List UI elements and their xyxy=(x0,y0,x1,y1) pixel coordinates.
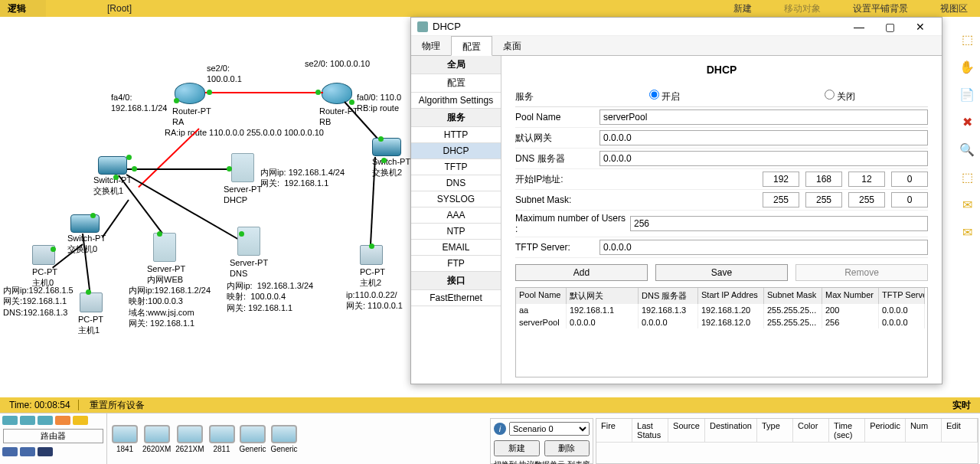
switch2-icon[interactable] xyxy=(372,138,401,156)
right-toolbar: ⬚ ✋ 📄 ✖ 🔍 ⬚ ✉ ✉ xyxy=(956,31,978,240)
col-time[interactable]: Time (sec) xyxy=(829,419,865,442)
device-2621xm[interactable]: 2621XM xyxy=(175,425,204,453)
reset-devices-button[interactable]: 重置所有设备 xyxy=(90,399,145,412)
tab-desktop[interactable]: 桌面 xyxy=(492,36,532,55)
sidebar-dns[interactable]: DNS xyxy=(411,175,501,191)
switch1-icon[interactable] xyxy=(98,156,127,175)
start-ip-1[interactable] xyxy=(763,172,799,187)
sidebar-service-header[interactable]: 服务 xyxy=(411,109,501,127)
window-titlebar[interactable]: DHCP — ▢ ✕ xyxy=(411,18,942,36)
sidebar-algo[interactable]: Algorithm Settings xyxy=(411,93,501,109)
subnet-4[interactable] xyxy=(891,192,928,207)
sidebar-email[interactable]: EMAIL xyxy=(411,240,501,256)
scenario-delete-button[interactable]: 删除 xyxy=(544,440,590,456)
tab-config[interactable]: 配置 xyxy=(451,36,492,56)
inspect-tool-icon[interactable]: 🔍 xyxy=(959,141,975,158)
sidebar-settings[interactable]: 配置 xyxy=(411,74,501,93)
cat-icon[interactable] xyxy=(2,447,18,456)
gateway-input[interactable] xyxy=(599,130,928,145)
sidebar-tftp[interactable]: TFTP xyxy=(411,159,501,175)
max-users-input[interactable] xyxy=(630,216,928,231)
save-button[interactable]: Save xyxy=(655,264,788,281)
tab-physical[interactable]: 物理 xyxy=(411,36,451,55)
port-led xyxy=(239,231,244,237)
table-header-row: Pool Name 默认网关 DNS 服务器 Start IP Addres S… xyxy=(516,288,927,304)
topbar-view[interactable]: 视图区 xyxy=(936,1,972,17)
cat-icon[interactable] xyxy=(38,447,53,456)
scenario-select[interactable]: Scenario 0 xyxy=(509,422,590,436)
subnet-1[interactable] xyxy=(763,192,799,207)
root-breadcrumb[interactable]: [Root] xyxy=(107,3,132,14)
note-tool-icon[interactable]: 📄 xyxy=(959,86,975,103)
col-last-status[interactable]: Last Status xyxy=(632,419,668,442)
start-ip-2[interactable] xyxy=(805,172,842,187)
service-on-radio[interactable]: 开启 xyxy=(649,90,680,103)
device-generic2[interactable]: Generic xyxy=(271,425,298,453)
cat-icon[interactable] xyxy=(55,416,70,425)
scenario-new-button[interactable]: 新建 xyxy=(494,440,540,456)
pdu-list-toggle[interactable]: 切换到 协议数据单元 列表窗口 xyxy=(494,459,590,464)
col-source[interactable]: Source xyxy=(668,419,705,442)
tftp-input[interactable] xyxy=(599,240,928,255)
device-1841[interactable]: 1841 xyxy=(112,425,138,453)
minimize-button[interactable]: — xyxy=(844,18,874,35)
router-ra-icon[interactable] xyxy=(175,83,205,104)
resize-tool-icon[interactable]: ⬚ xyxy=(959,168,975,185)
sidebar-aaa[interactable]: AAA xyxy=(411,207,501,224)
service-off-radio[interactable]: 关闭 xyxy=(825,90,855,103)
cat-icon[interactable] xyxy=(73,416,88,425)
tftp-label: TFTP Server: xyxy=(515,242,599,253)
server-web-icon[interactable] xyxy=(153,233,176,262)
info-icon[interactable]: i xyxy=(494,423,506,435)
start-ip-4[interactable] xyxy=(891,172,928,187)
simple-pdu-icon[interactable]: ✉ xyxy=(959,196,975,213)
cat-icon[interactable] xyxy=(20,447,35,456)
remove-button[interactable]: Remove xyxy=(795,264,928,281)
logic-tab[interactable]: 逻辑 xyxy=(0,0,46,17)
delete-tool-icon[interactable]: ✖ xyxy=(959,113,975,130)
col-num[interactable]: Num xyxy=(906,419,942,442)
col-edit[interactable]: Edit xyxy=(942,419,978,442)
subnet-2[interactable] xyxy=(805,192,842,207)
table-row[interactable]: serverPool 0.0.0.0 0.0.0.0 192.168.12.0 … xyxy=(516,316,927,328)
topbar-move[interactable]: 移动对象 xyxy=(779,1,825,17)
col-type[interactable]: Type xyxy=(757,419,793,442)
hand-tool-icon[interactable]: ✋ xyxy=(959,58,975,75)
col-dest[interactable]: Destination xyxy=(705,419,757,442)
pool-table[interactable]: Pool Name 默认网关 DNS 服务器 Start IP Addres S… xyxy=(515,287,928,377)
table-row[interactable]: aa 192.168.1.1 192.168.1.3 192.168.1.20 … xyxy=(516,304,927,316)
complex-pdu-icon[interactable]: ✉ xyxy=(959,224,975,240)
sidebar-ntp[interactable]: NTP xyxy=(411,224,501,240)
dns-input[interactable] xyxy=(599,151,928,166)
start-ip-3[interactable] xyxy=(848,172,885,187)
select-tool-icon[interactable]: ⬚ xyxy=(959,31,975,47)
sidebar-fastethernet[interactable]: FastEthernet xyxy=(411,290,501,306)
sidebar-syslog[interactable]: SYSLOG xyxy=(411,191,501,207)
pool-name-input[interactable] xyxy=(599,109,928,125)
pc1-icon[interactable] xyxy=(80,292,103,312)
add-button[interactable]: Add xyxy=(515,264,648,281)
sidebar-global-header[interactable]: 全局 xyxy=(411,56,501,74)
sidebar-http[interactable]: HTTP xyxy=(411,127,501,143)
sidebar-ftp[interactable]: FTP xyxy=(411,256,501,272)
cat-icon[interactable] xyxy=(20,416,35,425)
cat-icon[interactable] xyxy=(2,416,18,425)
sidebar-dhcp[interactable]: DHCP xyxy=(411,143,501,159)
link-ra-rb xyxy=(205,92,323,93)
close-button[interactable]: ✕ xyxy=(905,18,936,35)
realtime-tab[interactable]: 实时 xyxy=(952,399,971,412)
topbar-new[interactable]: 新建 xyxy=(729,1,756,17)
subnet-3[interactable] xyxy=(848,192,885,207)
maximize-button[interactable]: ▢ xyxy=(874,18,905,35)
col-fire[interactable]: Fire xyxy=(596,419,632,442)
server-dhcp-icon[interactable] xyxy=(231,153,254,182)
device-2620xm[interactable]: 2620XM xyxy=(142,425,171,453)
sidebar-iface-header[interactable]: 接口 xyxy=(411,272,501,290)
col-color[interactable]: Color xyxy=(793,419,829,442)
cat-icon[interactable] xyxy=(38,416,53,425)
col-periodic[interactable]: Periodic xyxy=(865,419,906,442)
router-rb-icon[interactable] xyxy=(322,83,352,104)
device-generic1[interactable]: Generic xyxy=(240,425,266,453)
topbar-bg[interactable]: 设置平铺背景 xyxy=(848,1,913,17)
device-2811[interactable]: 2811 xyxy=(209,425,235,453)
